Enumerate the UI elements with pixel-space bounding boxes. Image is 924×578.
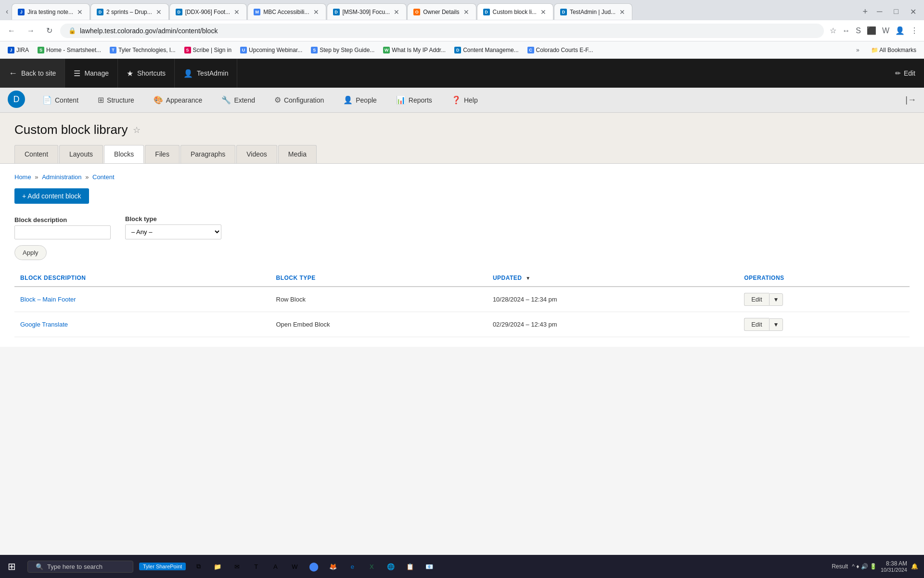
tab-close-icon[interactable]: ✕ (233, 8, 241, 16)
manage-button[interactable]: ☰ Manage (65, 59, 118, 88)
browser-sync-icon[interactable]: ↔ (840, 24, 852, 37)
browser-tab-tab3[interactable]: D[DDX-906] Foot...✕ (169, 3, 247, 20)
apply-button[interactable]: Apply (14, 245, 47, 260)
bookmark-favicon: C (527, 47, 534, 53)
edit-row-button[interactable]: Edit (744, 293, 769, 306)
content-tab-paragraphs[interactable]: Paragraphs (180, 145, 235, 163)
browser-tab-tab5[interactable]: D[MSM-309] Focu...✕ (327, 3, 407, 20)
user-button[interactable]: 👤 TestAdmin (175, 59, 237, 88)
edit-dropdown-button[interactable]: ▼ (769, 318, 783, 331)
drupal-logo[interactable]: D (0, 91, 33, 109)
browser-tab-tab6[interactable]: OOwner Details✕ (407, 3, 476, 20)
new-tab-button[interactable]: + (859, 5, 872, 19)
bookmark-item[interactable]: UUpcoming Webinar... (236, 46, 306, 54)
tab-favicon: D (560, 9, 567, 15)
breadcrumb-administration[interactable]: Administration (42, 173, 81, 181)
back-button[interactable]: ← (4, 25, 19, 37)
browser-tab-tab7[interactable]: DCustom block li...✕ (477, 3, 553, 20)
url-bar[interactable]: 🔒 lawhelp.test.colorado.gov/admin/conten… (60, 24, 824, 38)
content-tab-media[interactable]: Media (278, 145, 317, 163)
block-description-input[interactable] (14, 225, 111, 239)
breadcrumb-content[interactable]: Content (92, 173, 115, 181)
bookmark-favicon: W (383, 47, 390, 53)
bookmark-favicon: U (240, 47, 247, 53)
browser-tab-tab2[interactable]: D2 sprints – Drup...✕ (90, 3, 169, 20)
bookmarks-folder[interactable]: 📁 All Bookmarks (867, 46, 920, 54)
back-to-site-button[interactable]: ← Back to site (0, 59, 65, 88)
nav-item-structure[interactable]: ⊞Structure (88, 88, 144, 112)
extensions-icon[interactable]: ⬛ (865, 24, 878, 37)
tab-close-icon[interactable]: ✕ (393, 8, 400, 16)
content-tab-files[interactable]: Files (145, 145, 180, 163)
configuration-icon: ⚙ (274, 95, 281, 105)
block-type-label: Block type (125, 215, 221, 223)
help-icon: ❓ (451, 95, 461, 105)
tab-close-icon[interactable]: ✕ (76, 8, 84, 16)
col-operations: OPERATIONS (738, 270, 910, 287)
bookmark-item[interactable]: JJIRA (4, 46, 33, 54)
edit-dropdown-button[interactable]: ▼ (769, 293, 783, 306)
tab-close-icon[interactable]: ✕ (539, 8, 547, 16)
forward-button[interactable]: → (23, 25, 38, 37)
bookmarks-overflow[interactable]: » (852, 46, 863, 54)
close-button[interactable]: ✕ (905, 5, 921, 18)
browser-tab-tab1[interactable]: JJira testing note...✕ (12, 3, 90, 20)
block-description-link[interactable]: Block – Main Footer (20, 296, 76, 303)
refresh-button[interactable]: ↻ (42, 24, 56, 37)
bookmark-item[interactable]: SScribe | Sign in (180, 46, 236, 54)
nav-item-content[interactable]: 📄Content (33, 88, 88, 112)
operations-cell: Edit▼ (738, 312, 910, 337)
add-content-block-button[interactable]: + Add content block (14, 188, 89, 204)
col-block-type[interactable]: BLOCK TYPE (270, 270, 487, 287)
shortcuts-button[interactable]: ★ Shortcuts (118, 59, 175, 88)
bookmark-item[interactable]: WWhat Is My IP Addr... (379, 46, 449, 54)
nav-item-extend[interactable]: 🔧Extend (212, 88, 265, 112)
bookmark-label: Tyler Technologies, l... (118, 47, 176, 53)
edit-row-button[interactable]: Edit (744, 318, 769, 331)
block-description-cell: Google Translate (14, 312, 270, 337)
bookmark-item[interactable]: SStep by Step Guide... (307, 46, 378, 54)
minimize-button[interactable]: ─ (872, 5, 887, 18)
nav-item-appearance[interactable]: 🎨Appearance (144, 88, 212, 112)
edit-button[interactable]: ✏ Edit (886, 59, 924, 88)
content-tab-videos[interactable]: Videos (236, 145, 277, 163)
content-tab-content[interactable]: Content (14, 145, 58, 163)
browser-tab-tab4[interactable]: MMBC Accessibili...✕ (247, 3, 326, 20)
skype-icon[interactable]: S (854, 24, 863, 37)
col-updated[interactable]: UPDATED ▼ (487, 270, 738, 287)
tab-close-icon[interactable]: ✕ (155, 8, 163, 16)
tab-title: [DDX-906] Foot... (185, 9, 230, 15)
tab-close-icon[interactable]: ✕ (312, 8, 320, 16)
nav-item-people[interactable]: 👤People (334, 88, 386, 112)
nav-item-reports[interactable]: 📊Reports (386, 88, 442, 112)
browser-tab-tab8[interactable]: DTestAdmin | Jud...✕ (554, 3, 632, 20)
content-tab-layouts[interactable]: Layouts (59, 145, 103, 163)
nav-item-help[interactable]: ❓Help (442, 88, 488, 112)
breadcrumb-home[interactable]: Home (14, 173, 31, 181)
nav-item-label: Configuration (284, 96, 324, 104)
wordwall-icon[interactable]: W (880, 24, 891, 37)
nav-item-label: Extend (234, 96, 255, 104)
profile-icon[interactable]: 👤 (893, 24, 907, 37)
nav-item-configuration[interactable]: ⚙Configuration (265, 88, 334, 112)
favorite-star-icon[interactable]: ☆ (133, 125, 141, 135)
content-tab-blocks[interactable]: Blocks (104, 145, 144, 163)
nav-item-label: Content (55, 96, 78, 104)
tab-title: TestAdmin | Jud... (570, 9, 616, 15)
tab-close-icon[interactable]: ✕ (618, 8, 626, 16)
hamburger-icon: ☰ (74, 69, 80, 78)
nav-collapse-button[interactable]: |→ (898, 95, 924, 105)
bookmark-star-icon[interactable]: ☆ (828, 24, 838, 37)
block-type-select[interactable]: – Any – Row Block Open Embed Block (125, 224, 221, 239)
tab-nav-prev[interactable]: ‹ (3, 5, 11, 18)
menu-icon[interactable]: ⋮ (909, 24, 920, 37)
bookmark-item[interactable]: CColorado Courts E-F... (524, 46, 597, 54)
maximize-button[interactable]: □ (889, 5, 903, 18)
tab-close-icon[interactable]: ✕ (462, 8, 470, 16)
bookmark-item[interactable]: TTyler Technologies, l... (106, 46, 180, 54)
block-description-link[interactable]: Google Translate (20, 321, 68, 328)
bookmark-item[interactable]: SHome - Smartsheet... (34, 46, 105, 54)
bookmark-item[interactable]: DContent Manageme... (450, 46, 522, 54)
reports-icon: 📊 (396, 95, 406, 105)
col-block-description[interactable]: BLOCK DESCRIPTION (14, 270, 270, 287)
